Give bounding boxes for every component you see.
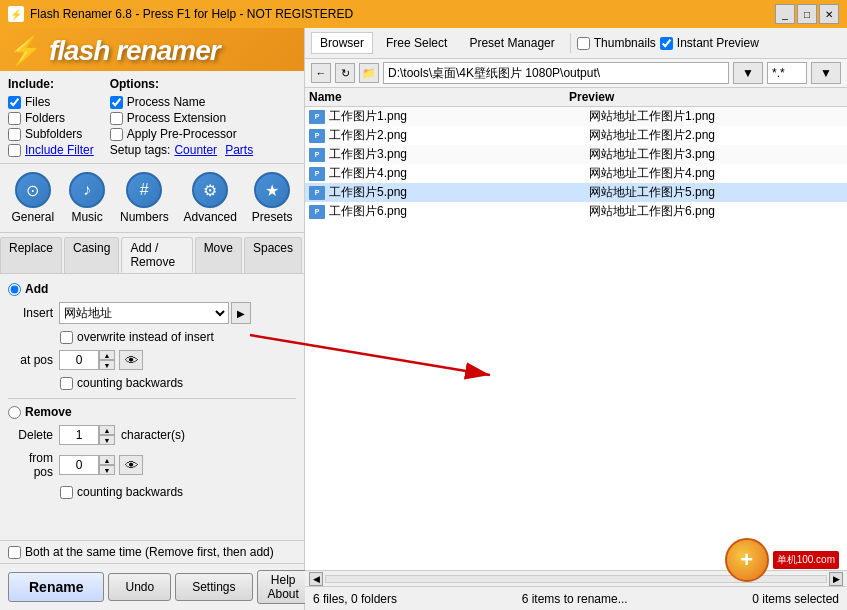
include-filter-checkbox[interactable] <box>8 144 21 157</box>
process-name-checkbox[interactable] <box>110 96 123 109</box>
thumbnails-option[interactable]: Thumbnails <box>577 36 656 50</box>
file-preview-5: 网站地址工作图片5.png <box>589 184 843 201</box>
counter-tag[interactable]: Counter <box>174 143 217 157</box>
settings-button[interactable]: Settings <box>175 573 252 601</box>
png-icon: P <box>309 129 325 143</box>
nav-icons-bar: ⊙ General ♪ Music # Numbers ⚙ Advanced ★… <box>0 164 304 233</box>
nav-music[interactable]: ♪ Music <box>65 170 109 226</box>
nav-numbers[interactable]: # Numbers <box>116 170 173 226</box>
process-name-option[interactable]: Process Name <box>110 95 253 109</box>
nav-presets[interactable]: ★ Presets <box>248 170 297 226</box>
right-tab-preset-manager[interactable]: Preset Manager <box>460 32 563 54</box>
overwrite-label: overwrite instead of insert <box>77 330 214 344</box>
process-extension-checkbox[interactable] <box>110 112 123 125</box>
refresh-button[interactable]: ↻ <box>335 63 355 83</box>
file-preview-6: 网站地址工作图片6.png <box>589 203 843 220</box>
title-bar: ⚡ Flash Renamer 6.8 - Press F1 for Help … <box>0 0 847 28</box>
section-divider <box>8 398 296 399</box>
back-button[interactable]: ← <box>311 63 331 83</box>
instant-preview-checkbox[interactable] <box>660 37 673 50</box>
file-preview-3: 网站地址工作图片3.png <box>589 146 843 163</box>
nav-general[interactable]: ⊙ General <box>7 170 58 226</box>
delete-spinbox-btns: ▲ ▼ <box>99 425 115 445</box>
filter-dropdown[interactable]: ▼ <box>811 62 841 84</box>
tab-replace[interactable]: Replace <box>0 237 62 273</box>
from-pos-up-btn[interactable]: ▲ <box>99 455 115 465</box>
thumbnails-checkbox[interactable] <box>577 37 590 50</box>
insert-arrow-btn[interactable]: ▶ <box>231 302 251 324</box>
from-pos-spinbox-btns: ▲ ▼ <box>99 455 115 475</box>
rename-button[interactable]: Rename <box>8 572 104 602</box>
counting-backwards-remove-checkbox[interactable] <box>60 486 73 499</box>
file-row[interactable]: P 工作图片6.png 网站地址工作图片6.png <box>305 202 847 221</box>
file-row[interactable]: P 工作图片3.png 网站地址工作图片3.png <box>305 145 847 164</box>
folder-icon[interactable]: 📁 <box>359 63 379 83</box>
from-pos-input[interactable] <box>59 455 99 475</box>
both-label-row[interactable]: Both at the same time (Remove first, the… <box>8 545 296 559</box>
file-row[interactable]: P 工作图片2.png 网站地址工作图片2.png <box>305 126 847 145</box>
include-subfolders[interactable]: Subfolders <box>8 127 94 141</box>
right-tab-free-select[interactable]: Free Select <box>377 32 456 54</box>
address-dropdown[interactable]: ▼ <box>733 62 763 84</box>
apply-pre-checkbox[interactable] <box>110 128 123 141</box>
include-filter[interactable]: Include Filter <box>8 143 94 157</box>
presets-label: Presets <box>252 210 293 224</box>
at-pos-row: at pos ▲ ▼ 👁 <box>8 350 296 370</box>
remove-radio[interactable] <box>8 406 21 419</box>
file-name-4: 工作图片4.png <box>329 165 589 182</box>
scroll-left-btn[interactable]: ◀ <box>309 572 323 586</box>
apply-pre-option[interactable]: Apply Pre-Processor <box>110 127 253 141</box>
subfolders-checkbox[interactable] <box>8 128 21 141</box>
process-extension-option[interactable]: Process Extension <box>110 111 253 125</box>
file-preview-2: 网站地址工作图片2.png <box>589 127 843 144</box>
insert-select[interactable]: 网站地址 <box>59 302 229 324</box>
add-section: Add Insert 网站地址 ▶ overwrite instead of i… <box>8 282 296 390</box>
from-pos-down-btn[interactable]: ▼ <box>99 465 115 475</box>
at-pos-up-btn[interactable]: ▲ <box>99 350 115 360</box>
presets-icon: ★ <box>254 172 290 208</box>
include-filter-label: Include Filter <box>25 143 94 157</box>
tab-casing[interactable]: Casing <box>64 237 119 273</box>
file-row[interactable]: P 工作图片4.png 网站地址工作图片4.png <box>305 164 847 183</box>
overwrite-row: overwrite instead of insert <box>60 330 296 344</box>
at-pos-input[interactable] <box>59 350 99 370</box>
delete-input[interactable] <box>59 425 99 445</box>
from-pos-row: from pos ▲ ▼ 👁 <box>8 451 296 479</box>
include-folders[interactable]: Folders <box>8 111 94 125</box>
tab-move[interactable]: Move <box>195 237 242 273</box>
files-checkbox[interactable] <box>8 96 21 109</box>
counting-backwards-add-checkbox[interactable] <box>60 377 73 390</box>
file-row[interactable]: P 工作图片1.png 网站地址工作图片1.png <box>305 107 847 126</box>
parts-tag[interactable]: Parts <box>225 143 253 157</box>
add-radio[interactable] <box>8 283 21 296</box>
remove-section: Remove Delete ▲ ▼ character(s) from pos <box>8 405 296 499</box>
both-checkbox[interactable] <box>8 546 21 559</box>
instant-preview-option[interactable]: Instant Preview <box>660 36 759 50</box>
overwrite-checkbox[interactable] <box>60 331 73 344</box>
delete-label: Delete <box>8 428 53 442</box>
address-input[interactable] <box>383 62 729 84</box>
left-panel: ⚡ flash renamer Include: Files Folders <box>0 28 305 610</box>
maximize-button[interactable]: □ <box>797 4 817 24</box>
status-bar: 6 files, 0 folders 6 items to rename... … <box>305 586 847 610</box>
nav-advanced[interactable]: ⚙ Advanced <box>180 170 241 226</box>
tab-add-remove[interactable]: Add / Remove <box>121 237 192 273</box>
include-files[interactable]: Files <box>8 95 94 109</box>
folders-checkbox[interactable] <box>8 112 21 125</box>
at-pos-down-btn[interactable]: ▼ <box>99 360 115 370</box>
tab-spaces[interactable]: Spaces <box>244 237 302 273</box>
right-tab-browser[interactable]: Browser <box>311 32 373 54</box>
delete-down-btn[interactable]: ▼ <box>99 435 115 445</box>
files-label: Files <box>25 95 50 109</box>
delete-up-btn[interactable]: ▲ <box>99 425 115 435</box>
status-center: 6 items to rename... <box>522 592 628 606</box>
minimize-button[interactable]: _ <box>775 4 795 24</box>
close-button[interactable]: ✕ <box>819 4 839 24</box>
file-row[interactable]: P 工作图片5.png 网站地址工作图片5.png <box>305 183 847 202</box>
window-title: Flash Renamer 6.8 - Press F1 for Help - … <box>30 7 353 21</box>
undo-button[interactable]: Undo <box>108 573 171 601</box>
at-pos-eye-btn[interactable]: 👁 <box>119 350 143 370</box>
help-about-button[interactable]: Help About <box>257 570 310 604</box>
filter-input[interactable] <box>767 62 807 84</box>
from-pos-eye-btn[interactable]: 👁 <box>119 455 143 475</box>
